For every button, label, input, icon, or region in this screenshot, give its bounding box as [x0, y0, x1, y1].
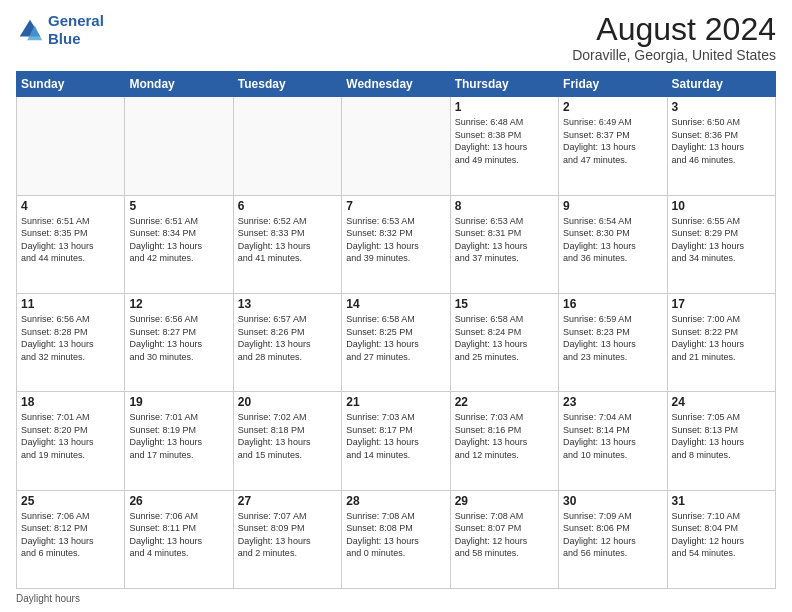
- day-info: Sunrise: 7:04 AM Sunset: 8:14 PM Dayligh…: [563, 411, 662, 461]
- day-info: Sunrise: 7:09 AM Sunset: 8:06 PM Dayligh…: [563, 510, 662, 560]
- day-info: Sunrise: 7:06 AM Sunset: 8:11 PM Dayligh…: [129, 510, 228, 560]
- day-info: Sunrise: 7:08 AM Sunset: 8:07 PM Dayligh…: [455, 510, 554, 560]
- logo: General Blue: [16, 12, 104, 48]
- calendar-cell-2-0: 11Sunrise: 6:56 AM Sunset: 8:28 PM Dayli…: [17, 293, 125, 391]
- calendar-cell-2-5: 16Sunrise: 6:59 AM Sunset: 8:23 PM Dayli…: [559, 293, 667, 391]
- day-info: Sunrise: 6:51 AM Sunset: 8:35 PM Dayligh…: [21, 215, 120, 265]
- col-thursday: Thursday: [450, 72, 558, 97]
- page: General Blue August 2024 Doraville, Geor…: [0, 0, 792, 612]
- day-info: Sunrise: 7:07 AM Sunset: 8:09 PM Dayligh…: [238, 510, 337, 560]
- day-info: Sunrise: 7:10 AM Sunset: 8:04 PM Dayligh…: [672, 510, 771, 560]
- logo-icon: [16, 16, 44, 44]
- col-friday: Friday: [559, 72, 667, 97]
- day-number: 13: [238, 297, 337, 311]
- day-number: 12: [129, 297, 228, 311]
- calendar-cell-4-0: 25Sunrise: 7:06 AM Sunset: 8:12 PM Dayli…: [17, 490, 125, 588]
- calendar-cell-4-4: 29Sunrise: 7:08 AM Sunset: 8:07 PM Dayli…: [450, 490, 558, 588]
- day-info: Sunrise: 7:00 AM Sunset: 8:22 PM Dayligh…: [672, 313, 771, 363]
- day-info: Sunrise: 6:58 AM Sunset: 8:25 PM Dayligh…: [346, 313, 445, 363]
- day-info: Sunrise: 6:56 AM Sunset: 8:28 PM Dayligh…: [21, 313, 120, 363]
- week-row-1: 4Sunrise: 6:51 AM Sunset: 8:35 PM Daylig…: [17, 195, 776, 293]
- day-info: Sunrise: 6:54 AM Sunset: 8:30 PM Dayligh…: [563, 215, 662, 265]
- calendar-cell-3-1: 19Sunrise: 7:01 AM Sunset: 8:19 PM Dayli…: [125, 392, 233, 490]
- day-info: Sunrise: 7:02 AM Sunset: 8:18 PM Dayligh…: [238, 411, 337, 461]
- day-info: Sunrise: 6:48 AM Sunset: 8:38 PM Dayligh…: [455, 116, 554, 166]
- day-info: Sunrise: 7:06 AM Sunset: 8:12 PM Dayligh…: [21, 510, 120, 560]
- calendar-cell-0-4: 1Sunrise: 6:48 AM Sunset: 8:38 PM Daylig…: [450, 97, 558, 195]
- calendar-cell-1-4: 8Sunrise: 6:53 AM Sunset: 8:31 PM Daylig…: [450, 195, 558, 293]
- col-sunday: Sunday: [17, 72, 125, 97]
- calendar-cell-0-3: [342, 97, 450, 195]
- calendar-cell-0-5: 2Sunrise: 6:49 AM Sunset: 8:37 PM Daylig…: [559, 97, 667, 195]
- day-number: 27: [238, 494, 337, 508]
- calendar-cell-4-2: 27Sunrise: 7:07 AM Sunset: 8:09 PM Dayli…: [233, 490, 341, 588]
- day-info: Sunrise: 6:53 AM Sunset: 8:32 PM Dayligh…: [346, 215, 445, 265]
- day-number: 26: [129, 494, 228, 508]
- calendar-cell-2-2: 13Sunrise: 6:57 AM Sunset: 8:26 PM Dayli…: [233, 293, 341, 391]
- calendar-cell-1-5: 9Sunrise: 6:54 AM Sunset: 8:30 PM Daylig…: [559, 195, 667, 293]
- day-info: Sunrise: 7:08 AM Sunset: 8:08 PM Dayligh…: [346, 510, 445, 560]
- calendar-cell-3-4: 22Sunrise: 7:03 AM Sunset: 8:16 PM Dayli…: [450, 392, 558, 490]
- calendar-cell-4-3: 28Sunrise: 7:08 AM Sunset: 8:08 PM Dayli…: [342, 490, 450, 588]
- col-tuesday: Tuesday: [233, 72, 341, 97]
- day-number: 1: [455, 100, 554, 114]
- col-saturday: Saturday: [667, 72, 775, 97]
- day-info: Sunrise: 7:05 AM Sunset: 8:13 PM Dayligh…: [672, 411, 771, 461]
- day-number: 20: [238, 395, 337, 409]
- week-row-0: 1Sunrise: 6:48 AM Sunset: 8:38 PM Daylig…: [17, 97, 776, 195]
- day-info: Sunrise: 6:51 AM Sunset: 8:34 PM Dayligh…: [129, 215, 228, 265]
- day-info: Sunrise: 7:01 AM Sunset: 8:20 PM Dayligh…: [21, 411, 120, 461]
- week-row-4: 25Sunrise: 7:06 AM Sunset: 8:12 PM Dayli…: [17, 490, 776, 588]
- day-number: 5: [129, 199, 228, 213]
- day-number: 4: [21, 199, 120, 213]
- calendar-cell-1-0: 4Sunrise: 6:51 AM Sunset: 8:35 PM Daylig…: [17, 195, 125, 293]
- day-number: 10: [672, 199, 771, 213]
- day-info: Sunrise: 7:03 AM Sunset: 8:17 PM Dayligh…: [346, 411, 445, 461]
- day-number: 24: [672, 395, 771, 409]
- calendar-cell-0-0: [17, 97, 125, 195]
- month-title: August 2024: [572, 12, 776, 47]
- day-info: Sunrise: 6:57 AM Sunset: 8:26 PM Dayligh…: [238, 313, 337, 363]
- day-info: Sunrise: 6:50 AM Sunset: 8:36 PM Dayligh…: [672, 116, 771, 166]
- day-number: 31: [672, 494, 771, 508]
- calendar-cell-0-6: 3Sunrise: 6:50 AM Sunset: 8:36 PM Daylig…: [667, 97, 775, 195]
- day-number: 6: [238, 199, 337, 213]
- day-info: Sunrise: 6:56 AM Sunset: 8:27 PM Dayligh…: [129, 313, 228, 363]
- day-number: 9: [563, 199, 662, 213]
- day-number: 19: [129, 395, 228, 409]
- day-number: 14: [346, 297, 445, 311]
- day-number: 3: [672, 100, 771, 114]
- col-monday: Monday: [125, 72, 233, 97]
- day-info: Sunrise: 6:55 AM Sunset: 8:29 PM Dayligh…: [672, 215, 771, 265]
- calendar-cell-2-1: 12Sunrise: 6:56 AM Sunset: 8:27 PM Dayli…: [125, 293, 233, 391]
- day-number: 29: [455, 494, 554, 508]
- location: Doraville, Georgia, United States: [572, 47, 776, 63]
- day-number: 30: [563, 494, 662, 508]
- header: General Blue August 2024 Doraville, Geor…: [16, 12, 776, 63]
- day-number: 25: [21, 494, 120, 508]
- day-info: Sunrise: 6:49 AM Sunset: 8:37 PM Dayligh…: [563, 116, 662, 166]
- week-row-2: 11Sunrise: 6:56 AM Sunset: 8:28 PM Dayli…: [17, 293, 776, 391]
- title-block: August 2024 Doraville, Georgia, United S…: [572, 12, 776, 63]
- day-info: Sunrise: 6:59 AM Sunset: 8:23 PM Dayligh…: [563, 313, 662, 363]
- day-number: 7: [346, 199, 445, 213]
- calendar-cell-3-0: 18Sunrise: 7:01 AM Sunset: 8:20 PM Dayli…: [17, 392, 125, 490]
- day-info: Sunrise: 7:03 AM Sunset: 8:16 PM Dayligh…: [455, 411, 554, 461]
- calendar-cell-3-5: 23Sunrise: 7:04 AM Sunset: 8:14 PM Dayli…: [559, 392, 667, 490]
- calendar-cell-1-6: 10Sunrise: 6:55 AM Sunset: 8:29 PM Dayli…: [667, 195, 775, 293]
- day-number: 16: [563, 297, 662, 311]
- calendar-cell-3-2: 20Sunrise: 7:02 AM Sunset: 8:18 PM Dayli…: [233, 392, 341, 490]
- calendar-cell-4-1: 26Sunrise: 7:06 AM Sunset: 8:11 PM Dayli…: [125, 490, 233, 588]
- calendar-cell-0-1: [125, 97, 233, 195]
- day-number: 15: [455, 297, 554, 311]
- week-row-3: 18Sunrise: 7:01 AM Sunset: 8:20 PM Dayli…: [17, 392, 776, 490]
- day-number: 2: [563, 100, 662, 114]
- calendar-cell-0-2: [233, 97, 341, 195]
- calendar-cell-4-5: 30Sunrise: 7:09 AM Sunset: 8:06 PM Dayli…: [559, 490, 667, 588]
- calendar-cell-3-3: 21Sunrise: 7:03 AM Sunset: 8:17 PM Dayli…: [342, 392, 450, 490]
- day-number: 11: [21, 297, 120, 311]
- day-number: 28: [346, 494, 445, 508]
- calendar-cell-2-4: 15Sunrise: 6:58 AM Sunset: 8:24 PM Dayli…: [450, 293, 558, 391]
- day-number: 8: [455, 199, 554, 213]
- calendar-cell-1-1: 5Sunrise: 6:51 AM Sunset: 8:34 PM Daylig…: [125, 195, 233, 293]
